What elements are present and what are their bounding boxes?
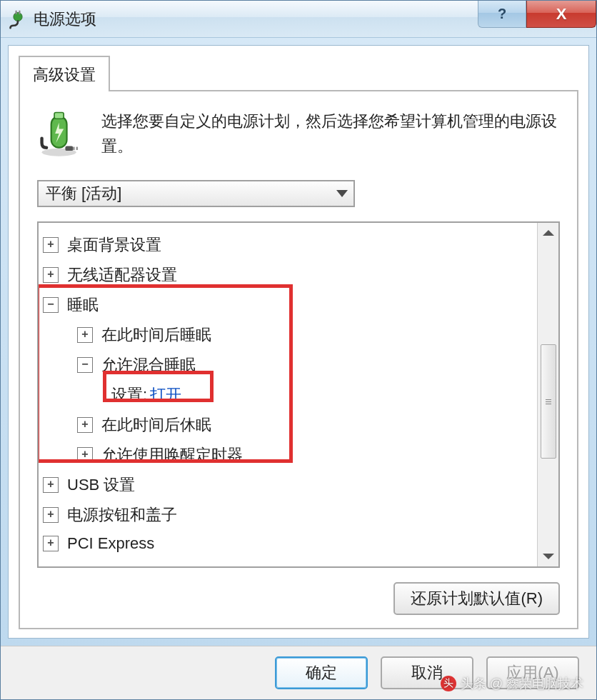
restore-defaults-button[interactable]: 还原计划默认值(R) — [393, 582, 560, 615]
battery-icon — [37, 109, 87, 159]
tree-item-power-buttons-lid[interactable]: 电源按钮和盖子 — [43, 500, 533, 530]
svg-rect-6 — [65, 146, 73, 151]
tree-label: 无线适配器设置 — [67, 264, 177, 286]
power-plan-select[interactable]: 平衡 [活动] — [37, 180, 355, 207]
scroll-up-arrow-icon[interactable] — [543, 230, 554, 236]
setting-label: 设置: — [111, 384, 147, 406]
power-plug-icon — [8, 9, 28, 29]
window-frame: 电源选项 ? X 高级设置 — [0, 0, 597, 700]
chevron-down-icon — [336, 190, 348, 197]
intro-row: 选择您要自定义的电源计划，然后选择您希望计算机管理的电源设置。 — [37, 109, 560, 159]
tree-item-hybrid-sleep-setting[interactable]: 设置: 打开 — [43, 380, 533, 410]
window-controls: ? X — [478, 1, 596, 28]
titlebar[interactable]: 电源选项 ? X — [1, 1, 596, 38]
close-button[interactable]: X — [526, 1, 596, 28]
scroll-thumb[interactable]: III — [541, 344, 556, 459]
expand-icon[interactable] — [77, 417, 93, 433]
window-title: 电源选项 — [34, 9, 96, 30]
watermark-logo-icon: 头 — [441, 676, 456, 691]
tree-item-sleep[interactable]: 睡眠 — [43, 290, 533, 320]
tree-label: 允许混合睡眠 — [101, 354, 196, 376]
svg-rect-1 — [16, 10, 17, 14]
collapse-icon[interactable] — [77, 357, 93, 373]
tree-label: 电源按钮和盖子 — [67, 504, 177, 526]
expand-icon[interactable] — [77, 327, 93, 343]
tree-label: PCI Express — [67, 534, 154, 553]
svg-rect-7 — [73, 147, 74, 150]
expand-icon[interactable] — [43, 237, 59, 253]
tree-item-wake-timers[interactable]: 允许使用唤醒定时器 — [43, 440, 533, 470]
tree-label: 在此时间后休眠 — [101, 414, 211, 436]
tree-item-usb-settings[interactable]: USB 设置 — [43, 470, 533, 500]
client-area: 高级设置 选择您要自定义的电源计划，然后选择您希望计算机管 — [8, 45, 589, 639]
intro-text: 选择您要自定义的电源计划，然后选择您希望计算机管理的电源设置。 — [101, 109, 560, 159]
settings-tree-container: 桌面背景设置 无线适配器设置 睡眠 在此时间后睡眠 — [37, 221, 560, 568]
help-button[interactable]: ? — [478, 1, 526, 28]
restore-row: 还原计划默认值(R) — [37, 582, 560, 615]
expand-icon[interactable] — [43, 477, 59, 493]
tree-label: USB 设置 — [67, 474, 135, 496]
setting-value[interactable]: 打开 — [150, 384, 181, 406]
tree-item-sleep-after[interactable]: 在此时间后睡眠 — [43, 320, 533, 350]
tree-item-wireless-adapter[interactable]: 无线适配器设置 — [43, 260, 533, 290]
plan-select-value: 平衡 [活动] — [46, 183, 121, 204]
scroll-down-arrow-icon[interactable] — [543, 554, 554, 559]
vertical-scrollbar[interactable]: III — [537, 223, 558, 566]
svg-point-0 — [14, 12, 22, 21]
expand-icon[interactable] — [43, 267, 59, 283]
expand-icon[interactable] — [43, 536, 59, 551]
expand-icon[interactable] — [77, 447, 93, 463]
tree-item-hibernate-after[interactable]: 在此时间后休眠 — [43, 410, 533, 440]
settings-tree[interactable]: 桌面背景设置 无线适配器设置 睡眠 在此时间后睡眠 — [39, 223, 537, 566]
tab-advanced-settings[interactable]: 高级设置 — [19, 56, 110, 91]
svg-rect-2 — [19, 10, 20, 14]
svg-rect-8 — [76, 147, 78, 150]
tree-label: 桌面背景设置 — [67, 234, 161, 256]
ok-button[interactable]: 确定 — [275, 656, 368, 689]
tree-item-hybrid-sleep[interactable]: 允许混合睡眠 — [43, 350, 533, 380]
tree-item-pci-express[interactable]: PCI Express — [43, 530, 533, 557]
collapse-icon[interactable] — [43, 297, 59, 313]
tree-item-desktop-background[interactable]: 桌面背景设置 — [43, 230, 533, 260]
watermark: 头 头条 @ 鑫荣电脑技术 — [441, 675, 583, 692]
tree-label: 睡眠 — [67, 294, 99, 316]
expand-icon[interactable] — [43, 507, 59, 523]
svg-rect-5 — [54, 112, 64, 119]
tab-body: 选择您要自定义的电源计划，然后选择您希望计算机管理的电源设置。 平衡 [活动] … — [19, 90, 578, 629]
tree-label: 在此时间后睡眠 — [101, 324, 211, 346]
tab-strip: 高级设置 — [19, 54, 578, 90]
tree-label: 允许使用唤醒定时器 — [101, 444, 243, 466]
watermark-text: 头条 @ 鑫荣电脑技术 — [461, 675, 583, 692]
